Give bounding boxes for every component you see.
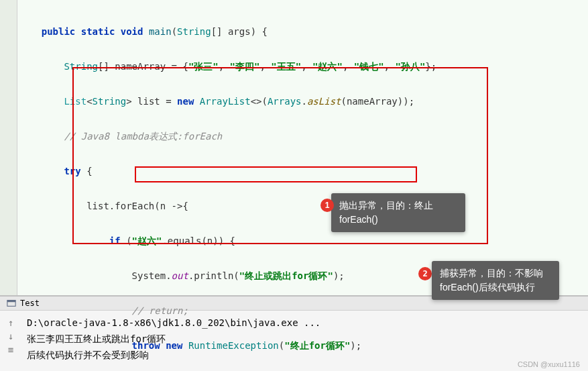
console-output[interactable]: ↑ ↓ ≡ D:\oracle-java-1.8-x86\jdk1.8.0_20… <box>0 311 588 367</box>
gutter <box>0 0 17 295</box>
str: "李四" <box>230 61 260 72</box>
str: "孙八" <box>395 61 425 72</box>
equals: .equals(n)) { <box>162 235 235 246</box>
type-string: String <box>64 61 98 72</box>
var: > list = <box>126 96 177 107</box>
field-out: out <box>172 270 188 281</box>
type-string: String <box>177 26 211 37</box>
type-arraylist: ArrayList <box>200 96 251 107</box>
menu-icon[interactable]: ≡ <box>5 341 16 352</box>
output-line-cmd: D:\oracle-java-1.8-x86\jdk1.8.0_202\bin\… <box>27 315 581 331</box>
annotation-text-1: 抛出异常，目的：终止forEach() <box>339 200 433 225</box>
str: "终止或跳出for循环" <box>239 270 333 281</box>
str: "赵六" <box>312 61 343 72</box>
kw-public: public <box>42 26 76 37</box>
arrow-down-icon[interactable]: ↓ <box>5 328 16 339</box>
println: .println( <box>188 270 239 281</box>
sys: System. <box>132 270 172 281</box>
watermark: CSDN @xuxu1116 <box>518 360 580 368</box>
str: "张三" <box>188 61 219 72</box>
annotation-callout-1: 1 抛出异常，目的：终止forEach() <box>331 193 465 232</box>
brace: { <box>81 166 93 176</box>
annotation-text-2: 捕获异常，目的：不影响forEach()后续代码执行 <box>440 268 543 293</box>
code-editor[interactable]: public static void main(String[] args) {… <box>0 0 588 295</box>
comment: // Java8 lambda表达式:forEach <box>64 131 222 142</box>
kw-if: if <box>109 235 121 246</box>
annotation-callout-2: 捕获异常，目的：不影响forEach()后续代码执行 <box>432 261 559 300</box>
terminal-icon <box>7 299 16 308</box>
output-line-1: 张三李四王五终止或跳出for循环 <box>27 331 581 347</box>
end: ); <box>333 270 345 281</box>
kw-static: static <box>81 26 115 37</box>
annotation-num-1: 1 <box>320 199 334 212</box>
annotation-num-2-marker: 2 <box>418 267 432 280</box>
args: [] args) { <box>211 26 268 37</box>
type-list: List <box>64 96 86 107</box>
str: "钱七" <box>354 61 384 72</box>
end: (nameArray)); <box>341 96 415 107</box>
svg-rect-1 <box>7 301 15 303</box>
fn-aslist: asList <box>307 96 341 107</box>
type-string: String <box>93 96 127 107</box>
tool-column: ↑ ↓ ≡ <box>5 315 16 352</box>
decl: [] nameArray = { <box>98 61 188 72</box>
fn-main: main <box>149 26 172 37</box>
foreach-call: list.forEach(n ->{ <box>86 201 188 211</box>
output-line-2: 后续代码执行并不会受到影响 <box>27 347 581 363</box>
str: "王五" <box>271 61 301 72</box>
str: "赵六" <box>132 235 162 246</box>
kw-new: new <box>177 96 194 107</box>
end: }; <box>425 61 436 72</box>
kw-void: void <box>121 26 143 37</box>
type-arrays: Arrays <box>268 96 302 107</box>
arrow-up-icon[interactable]: ↑ <box>5 315 16 325</box>
kw-try: try <box>64 166 80 176</box>
